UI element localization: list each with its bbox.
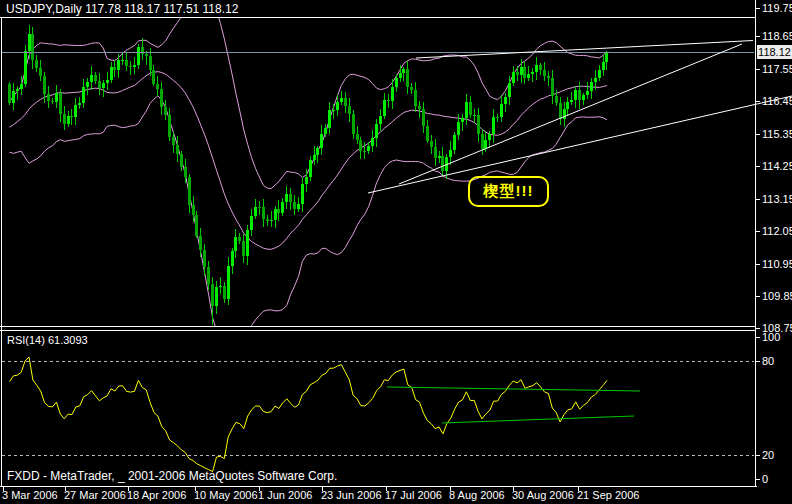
rsi-plot bbox=[2, 357, 754, 472]
rsi-axis-label: 20 bbox=[762, 449, 774, 462]
price-axis-label: 112.05 bbox=[762, 225, 792, 238]
symbol-ohlc-title: USDJPY,Daily 117.78 118.17 117.51 118.12 bbox=[6, 3, 238, 16]
rsi-channel-lower[interactable] bbox=[442, 416, 634, 423]
time-axis-label: 10 May 2006 bbox=[194, 489, 258, 502]
metatrader-chart-window: USDJPY,Daily 117.78 118.17 117.51 118.12… bbox=[0, 0, 792, 504]
candlesticks bbox=[8, 25, 608, 326]
price-axis-label: 113.15 bbox=[762, 193, 792, 206]
time-axis-label: 18 Apr 2006 bbox=[127, 489, 186, 502]
rsi-axis-label: 80 bbox=[762, 355, 774, 368]
price-axis-label: 109.85 bbox=[762, 290, 792, 303]
price-axis-label: 115.35 bbox=[762, 128, 792, 141]
copyright-text: FXDD - MetaTrader, _ 2001-2006 MetaQuote… bbox=[7, 470, 337, 483]
wedge-annotation[interactable]: 楔型!!! bbox=[468, 176, 549, 207]
current-price-badge: 118.12 bbox=[757, 45, 792, 59]
rsi-channel-upper[interactable] bbox=[387, 387, 640, 391]
price-axis-label: 114.25 bbox=[762, 160, 792, 173]
panel-borders bbox=[0, 0, 760, 491]
price-axis-label: 117.55 bbox=[762, 63, 792, 76]
chart-canvas[interactable] bbox=[0, 0, 792, 504]
time-axis-label: 8 Aug 2006 bbox=[449, 489, 505, 502]
time-axis-label: 30 Aug 2006 bbox=[512, 489, 574, 502]
wedge-support bbox=[399, 44, 742, 184]
price-axis-label: 116.45 bbox=[762, 95, 792, 108]
price-axis-label: 118.65 bbox=[762, 30, 792, 43]
time-axis-label: 21 Sep 2006 bbox=[577, 489, 639, 502]
time-axis-label: 23 Jun 2006 bbox=[321, 489, 382, 502]
time-axis-label: 3 Mar 2006 bbox=[2, 489, 58, 502]
time-axis-label: 17 Jul 2006 bbox=[385, 489, 442, 502]
price-axis-label: 119.75 bbox=[762, 2, 792, 15]
time-axis-label: 1 Jun 2006 bbox=[258, 489, 312, 502]
rsi-indicator-label: RSI(14) 61.3093 bbox=[7, 334, 88, 347]
rsi-axis-label: 0 bbox=[762, 473, 768, 486]
time-axis-label: 27 Mar 2006 bbox=[64, 489, 126, 502]
rsi-axis-label: 100 bbox=[762, 331, 780, 344]
price-axis-label: 110.95 bbox=[762, 258, 792, 271]
